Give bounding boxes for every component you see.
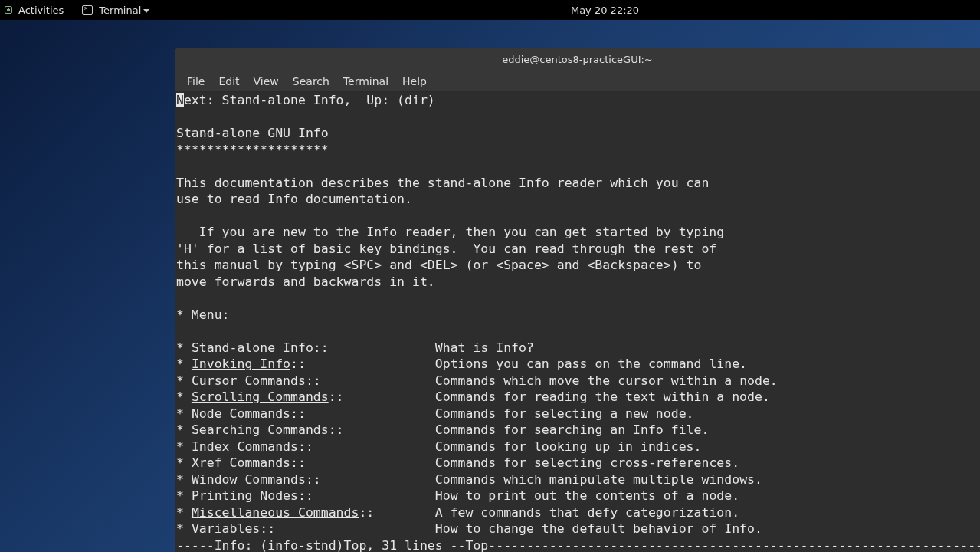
info-menu-header: * Menu: xyxy=(176,307,230,322)
info-title: Stand-alone GNU Info xyxy=(176,126,329,140)
menu-view[interactable]: View xyxy=(247,72,285,90)
terminal-content[interactable]: Next: Stand-alone Info, Up: (dir) Stand-… xyxy=(175,92,980,552)
menu-link: Index Commands xyxy=(192,439,298,454)
menu-terminal[interactable]: Terminal xyxy=(337,72,395,90)
info-nav-line: ext: Stand-alone Info, Up: (dir) xyxy=(184,93,435,107)
menu-link: Stand-alone Info xyxy=(192,340,313,355)
cursor: N xyxy=(176,93,184,107)
menu-item[interactable]: * Cursor Commands:: Commands which move … xyxy=(176,373,778,388)
info-para1: This documentation describes the stand-a… xyxy=(176,176,709,190)
menu-item[interactable]: * Printing Nodes:: How to print out the … xyxy=(176,488,739,503)
menu-item[interactable]: * Invoking Info:: Options you can pass o… xyxy=(176,356,747,371)
app-menu-terminal[interactable]: Terminal xyxy=(99,5,149,16)
menu-link: Miscellaneous Commands xyxy=(192,505,359,520)
clock[interactable]: May 20 22:20 xyxy=(341,5,639,16)
activities-icon xyxy=(5,6,12,14)
window-titlebar[interactable]: eddie@centos8-practiceGUI:~ xyxy=(175,48,980,71)
menu-item[interactable]: * Searching Commands:: Commands for sear… xyxy=(176,422,709,437)
menu-item[interactable]: * Index Commands:: Commands for looking … xyxy=(176,439,701,454)
menu-search[interactable]: Search xyxy=(287,72,336,90)
menu-link: Node Commands xyxy=(192,406,290,421)
menu-link: Searching Commands xyxy=(192,422,329,437)
menu-item[interactable]: * Xref Commands:: Commands for selecting… xyxy=(176,455,739,470)
info-title-underline: ******************** xyxy=(176,143,329,157)
menu-link: Printing Nodes xyxy=(192,488,298,503)
menu-item[interactable]: * Scrolling Commands:: Commands for read… xyxy=(176,389,770,404)
info-para2: If you are new to the Info reader, then … xyxy=(176,225,724,239)
menu-help[interactable]: Help xyxy=(396,72,433,90)
menu-item[interactable]: * Stand-alone Info:: What is Info? xyxy=(176,340,534,355)
terminal-icon xyxy=(82,5,93,15)
menu-link: Cursor Commands xyxy=(192,373,306,388)
chevron-down-icon xyxy=(143,9,149,13)
menu-link: Window Commands xyxy=(192,472,306,487)
info-para2: move forwards and backwards in it. xyxy=(176,274,435,289)
menu-link: Variables xyxy=(192,521,260,536)
info-para2: 'H' for a list of basic key bindings. Yo… xyxy=(176,242,716,256)
info-para2: this manual by typing <SPC> and <DEL> (o… xyxy=(176,258,701,272)
menu-edit[interactable]: Edit xyxy=(212,72,245,90)
menu-link: Scrolling Commands xyxy=(192,389,329,404)
menu-file[interactable]: File xyxy=(181,72,211,90)
activities-button[interactable]: Activities xyxy=(18,5,64,16)
menu-item[interactable]: * Window Commands:: Commands which manip… xyxy=(176,472,762,487)
menu-link: Xref Commands xyxy=(192,455,290,470)
menu-item[interactable]: * Miscellaneous Commands:: A few command… xyxy=(176,505,739,520)
menubar: File Edit View Search Terminal Help xyxy=(175,71,980,92)
menu-item[interactable]: * Node Commands:: Commands for selecting… xyxy=(176,406,694,421)
info-status-line: -----Info: (info-stnd)Top, 31 lines --To… xyxy=(176,538,980,553)
gnome-topbar: Activities Terminal May 20 22:20 xyxy=(0,0,980,20)
terminal-window: eddie@centos8-practiceGUI:~ File Edit Vi… xyxy=(175,48,980,552)
menu-link: Invoking Info xyxy=(192,356,290,371)
info-para1: use to read Info documentation. xyxy=(176,192,412,206)
menu-item[interactable]: * Variables:: How to change the default … xyxy=(176,521,762,536)
